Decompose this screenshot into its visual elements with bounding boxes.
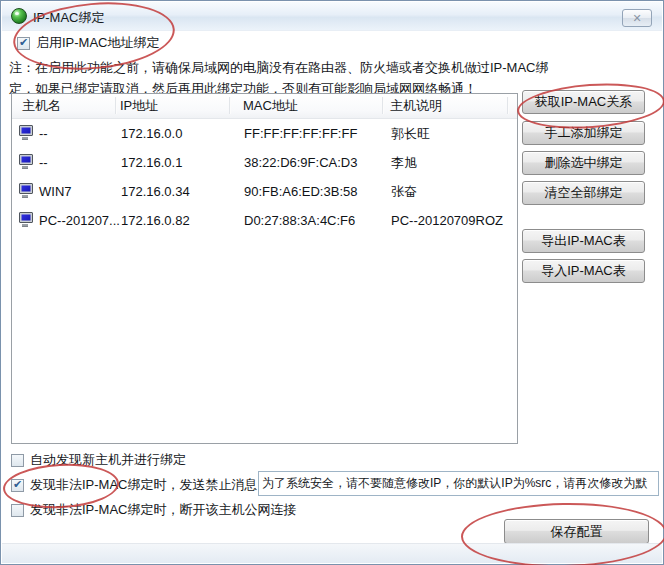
column-header-hostname[interactable]: 主机名 bbox=[22, 94, 61, 117]
window-title: IP-MAC绑定 bbox=[33, 9, 105, 27]
cell-mac: 90:FB:A6:ED:3B:58 bbox=[244, 177, 357, 206]
header-separator bbox=[382, 97, 383, 114]
column-header-mac[interactable]: MAC地址 bbox=[243, 94, 298, 117]
manual-add-button[interactable]: 手工添加绑定 bbox=[522, 121, 645, 145]
clear-all-button[interactable]: 清空全部绑定 bbox=[522, 181, 645, 205]
cell-desc: PC--20120709ROZ bbox=[391, 206, 503, 235]
auto-discover-label: 自动发现新主机并进行绑定 bbox=[30, 451, 186, 469]
table-row[interactable]: -- 172.16.0.1 38:22:D6:9F:CA:D3 李旭 bbox=[13, 148, 516, 177]
cell-hostname: -- bbox=[39, 119, 48, 148]
check-icon: ✔ bbox=[19, 37, 28, 48]
table-row[interactable]: WIN7 172.16.0.34 90:FB:A6:ED:3B:58 张奋 bbox=[13, 177, 516, 206]
send-forbid-message-label: 发现非法IP-MAC绑定时，发送禁止消息 bbox=[30, 476, 258, 494]
header-separator bbox=[115, 97, 116, 114]
cell-hostname: WIN7 bbox=[39, 177, 72, 206]
app-icon bbox=[11, 8, 27, 24]
cell-mac: 38:22:D6:9F:CA:D3 bbox=[244, 148, 357, 177]
cell-hostname: -- bbox=[39, 148, 48, 177]
cell-mac: D0:27:88:3A:4C:F6 bbox=[244, 206, 355, 235]
disconnect-host-checkbox[interactable]: ✔ 发现非法IP-MAC绑定时，断开该主机公网连接 bbox=[11, 501, 297, 519]
header-separator bbox=[229, 97, 230, 114]
import-table-button[interactable]: 导入IP-MAC表 bbox=[522, 259, 645, 283]
computer-icon bbox=[19, 125, 33, 136]
window-bottom-frame bbox=[2, 543, 662, 563]
cell-desc: 郭长旺 bbox=[391, 119, 430, 148]
close-icon: ✕ bbox=[632, 13, 641, 24]
auto-discover-checkbox[interactable]: ✔ 自动发现新主机并进行绑定 bbox=[11, 451, 186, 469]
computer-icon bbox=[19, 212, 33, 223]
close-button[interactable]: ✕ bbox=[622, 9, 652, 27]
warning-note-line1: 注：在启用此功能之前，请确保局域网的电脑没有在路由器、防火墙或者交换机做过IP-… bbox=[9, 57, 629, 78]
header-separator bbox=[507, 97, 508, 114]
computer-icon bbox=[19, 154, 33, 165]
disconnect-host-label: 发现非法IP-MAC绑定时，断开该主机公网连接 bbox=[30, 501, 297, 519]
dialog-window: IP-MAC绑定 ✕ ✔ 启用IP-MAC地址绑定 注：在启用此功能之前，请确保… bbox=[0, 0, 664, 565]
save-config-button[interactable]: 保存配置 bbox=[504, 519, 649, 544]
cell-ip: 172.16.0.34 bbox=[121, 177, 190, 206]
cell-ip: 172.16.0.0 bbox=[121, 119, 182, 148]
send-forbid-message-checkbox[interactable]: ✔ 发现非法IP-MAC绑定时，发送禁止消息 bbox=[11, 476, 258, 494]
ip-mac-table[interactable]: 主机名 IP地址 MAC地址 主机说明 -- 172.16.0.0 FF:FF:… bbox=[11, 93, 518, 444]
cell-ip: 172.16.0.82 bbox=[121, 206, 190, 235]
table-header: 主机名 IP地址 MAC地址 主机说明 bbox=[12, 94, 517, 119]
table-row[interactable]: -- 172.16.0.0 FF:FF:FF:FF:FF:FF 郭长旺 bbox=[13, 119, 516, 148]
forbid-message-input[interactable] bbox=[258, 471, 659, 496]
table-row[interactable]: PC--201207... 172.16.0.82 D0:27:88:3A:4C… bbox=[13, 206, 516, 235]
column-header-desc[interactable]: 主机说明 bbox=[390, 94, 442, 117]
checkbox-box[interactable]: ✔ bbox=[11, 504, 24, 517]
computer-icon bbox=[19, 183, 33, 194]
checkbox-box[interactable]: ✔ bbox=[11, 479, 24, 492]
checkbox-box[interactable]: ✔ bbox=[11, 454, 24, 467]
title-bar[interactable]: IP-MAC绑定 ✕ bbox=[2, 2, 662, 31]
column-header-ip[interactable]: IP地址 bbox=[120, 94, 158, 117]
check-icon: ✔ bbox=[13, 479, 22, 490]
checkbox-box[interactable]: ✔ bbox=[17, 37, 30, 50]
enable-binding-checkbox[interactable]: ✔ 启用IP-MAC地址绑定 bbox=[17, 34, 160, 52]
cell-mac: FF:FF:FF:FF:FF:FF bbox=[244, 119, 357, 148]
enable-binding-label: 启用IP-MAC地址绑定 bbox=[36, 34, 160, 52]
export-table-button[interactable]: 导出IP-MAC表 bbox=[522, 229, 645, 253]
cell-desc: 李旭 bbox=[391, 148, 417, 177]
delete-selected-button[interactable]: 删除选中绑定 bbox=[522, 151, 645, 175]
get-ip-mac-button[interactable]: 获取IP-MAC关系 bbox=[522, 90, 645, 114]
cell-ip: 172.16.0.1 bbox=[121, 148, 182, 177]
cell-desc: 张奋 bbox=[391, 177, 417, 206]
cell-hostname: PC--201207... bbox=[39, 206, 120, 235]
